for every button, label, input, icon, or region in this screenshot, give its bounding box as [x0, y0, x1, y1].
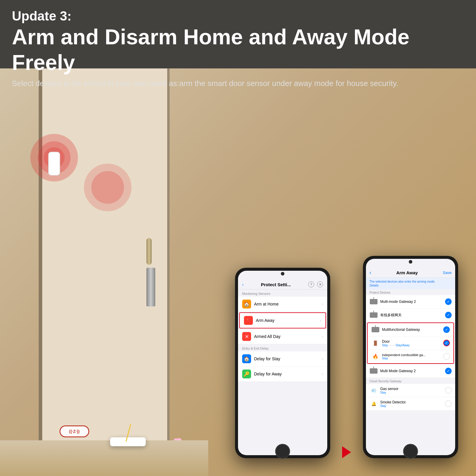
router-shape-1 [370, 299, 378, 304]
device-multi-gateway-2-name: Multi-mode Gateway 2 [380, 300, 443, 304]
phones-arrow [339, 446, 354, 458]
phone-2: ‹ Arm Away Save The selected devices als… [363, 256, 458, 458]
header-update-label: Update 3: [12, 8, 464, 24]
device-door-name: Door [382, 339, 441, 344]
router-shape-2 [370, 312, 378, 318]
protect-devices-label: Protect Devices [366, 289, 455, 295]
device-gas-name: Gas sensor [380, 387, 443, 391]
device-smoke-info: Smoke Detector Stay [380, 400, 443, 408]
phone-1-home-button[interactable] [275, 444, 290, 459]
device-multifunc-gateway[interactable]: Multifunctional Gateway ✓ [368, 323, 453, 336]
arm-at-home-item[interactable]: 🏠 Arm at Home › [238, 297, 327, 312]
phone2-save-button[interactable]: Save [443, 270, 452, 275]
highlighted-device-group: Multifunctional Gateway ✓ 🚪 Door Stay →→… [367, 322, 454, 364]
arm-away-label: Arm Away [256, 318, 317, 323]
phones-container: ‹ Protect Setti... ? ✕ Monitoring Sensor… [235, 256, 458, 458]
device-smoke-sub: Stay [380, 404, 443, 408]
device-combustible-check[interactable] [443, 353, 450, 360]
device-multi-gateway-2[interactable]: Multi-mode Gateway 2 ✓ [366, 295, 455, 309]
device-smoke-check[interactable] [445, 400, 452, 407]
arm-away-item[interactable]: 🔴 Arm Away › [239, 312, 326, 328]
device-door-info: Door Stay →→ Stay/Away [382, 339, 441, 347]
device-router-icon-2 [369, 311, 378, 319]
info-banner: The selected devices also enter the armi… [366, 278, 455, 289]
door-stay-tag: Stay [382, 344, 388, 347]
door-arrow: →→ [389, 344, 396, 347]
arm-at-home-icon: 🏠 [242, 300, 251, 309]
gateway-device [110, 437, 146, 446]
phone2-header: ‹ Arm Away Save [366, 267, 455, 278]
delay-stay-item[interactable]: 🏠 Delay for Stay › [238, 351, 327, 367]
phone-2-screen: ‹ Arm Away Save The selected devices als… [366, 259, 455, 455]
phone2-title: Arm Away [396, 270, 418, 275]
armed-all-day-icon: ✕ [242, 332, 251, 341]
zigbee-logo: ((·Z·)) [60, 425, 89, 437]
device-door-icon: 🚪 [371, 339, 380, 347]
device-combustible-name: independent combustible ga... [382, 353, 441, 357]
device-combustible[interactable]: 🔥 independent combustible ga... Stay [368, 350, 453, 363]
phone-1-camera [281, 272, 284, 275]
phone1-entry-label: Entry & Exit Delay [238, 344, 327, 351]
door-sensor-pulse [48, 152, 60, 176]
device-multi-mode-gateway-check[interactable]: ✓ [445, 368, 452, 374]
phone-2-camera [409, 260, 412, 264]
device-wired-gateway-name: 有线多模网关 [380, 313, 443, 318]
delay-stay-label: Delay for Stay [254, 356, 319, 361]
phone-2-home-button[interactable] [403, 444, 418, 459]
armed-all-day-label: Armed All Day [254, 334, 319, 339]
phone1-header: ‹ Protect Setti... ? ✕ [238, 279, 327, 289]
device-smoke-detector[interactable]: 🔔 Smoke Detector Stay [366, 397, 455, 411]
phone1-help-icon[interactable]: ? [308, 281, 314, 287]
phone1-back-button[interactable]: ‹ [242, 282, 244, 287]
delay-away-chevron: › [322, 372, 323, 376]
device-door-check[interactable]: ✓ [443, 340, 450, 346]
device-combustible-sub: Stay [382, 357, 441, 360]
router-shape-4 [370, 368, 378, 374]
delay-away-item[interactable]: 🔑 Delay for Away › [238, 367, 327, 382]
door-handle [146, 238, 155, 306]
arm-at-home-label: Arm at Home [254, 302, 319, 306]
door-handle-plate [146, 268, 155, 306]
phone1-nav-icons: ? ✕ [308, 281, 323, 287]
device-gas-check[interactable] [445, 387, 452, 394]
delay-away-label: Delay for Away [254, 372, 319, 376]
delay-stay-icon: 🏠 [242, 354, 251, 363]
phone-1-screen: ‹ Protect Setti... ? ✕ Monitoring Sensor… [238, 271, 327, 455]
device-multi-mode-gateway[interactable]: Multi Mode Gateway 2 ✓ [366, 364, 455, 378]
device-smoke-icon: 🔔 [369, 400, 378, 408]
device-combustible-info: independent combustible ga... Stay [382, 353, 441, 360]
device-gas-sensor[interactable]: 💨 Gas sensor Stay [366, 384, 455, 397]
door-stay-away-tag: Stay/Away [396, 344, 410, 347]
arm-away-icon: 🔴 [244, 316, 253, 325]
device-wired-gateway[interactable]: 有线多模网关 ✓ [366, 309, 455, 322]
device-door-mode: Stay →→ Stay/Away [382, 344, 441, 347]
device-multifunc-gateway-name: Multifunctional Gateway [382, 328, 441, 332]
device-multi-mode-gateway-name: Multi Mode Gateway 2 [380, 369, 443, 373]
device-wired-gateway-check[interactable]: ✓ [445, 312, 452, 318]
device-door[interactable]: 🚪 Door Stay →→ Stay/Away ✓ [368, 336, 453, 350]
device-router-icon-1 [369, 298, 378, 306]
cloud-security-label: Cloud Security Gateway [366, 378, 455, 384]
arm-away-chevron: › [320, 318, 321, 323]
scene-background: ((·Z·)) 🌸 ‹ Protect Setti... ? ✕ [0, 68, 476, 476]
delay-away-icon: 🔑 [242, 369, 251, 378]
phone1-monitoring-label: Monitoring Sensors [238, 289, 327, 297]
router-shape-3 [372, 327, 379, 332]
phone-1: ‹ Protect Setti... ? ✕ Monitoring Sensor… [235, 268, 330, 458]
device-combustible-icon: 🔥 [371, 352, 380, 361]
arm-at-home-chevron: › [322, 302, 323, 306]
phone1-title: Protect Setti... [261, 282, 291, 287]
device-router-icon-4 [369, 367, 378, 375]
delay-stay-chevron: › [322, 356, 323, 361]
info-banner-text: The selected devices also enter the armi… [369, 280, 435, 283]
door [39, 68, 170, 476]
device-multifunc-gateway-check[interactable]: ✓ [443, 326, 450, 333]
armed-all-day-item[interactable]: ✕ Armed All Day › [238, 329, 327, 344]
phone1-close-icon[interactable]: ✕ [317, 281, 323, 287]
header-banner: Update 3: Arm and Disarm Home and Away M… [0, 0, 476, 68]
arrow-right-icon [342, 446, 351, 458]
phone2-back-button[interactable]: ‹ [369, 270, 371, 276]
info-banner-link[interactable]: Details [369, 284, 379, 287]
device-multi-gateway-2-check[interactable]: ✓ [445, 298, 452, 305]
header-subtitle: Select devices to be armed to your own n… [12, 78, 464, 89]
